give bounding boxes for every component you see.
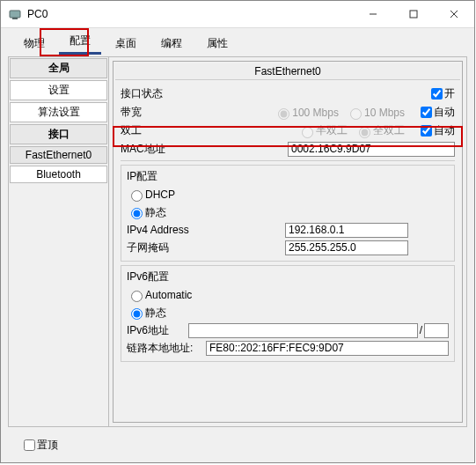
input-ipv6[interactable]: [188, 323, 418, 338]
maximize-button[interactable]: [393, 1, 434, 27]
input-link-local[interactable]: [206, 341, 449, 356]
fieldset-ipv6: IPv6配置 Automatic 静态 IPv6地址 / 链路本地地址:: [121, 265, 455, 362]
fieldset-ip: IP配置 DHCP 静态 IPv4 Address 子网掩码: [121, 165, 455, 262]
window-title: PC0: [27, 8, 353, 20]
panel-heading: FastEthernet0: [115, 63, 460, 80]
minimize-button[interactable]: [353, 1, 393, 27]
svg-rect-0: [10, 11, 20, 18]
radio-static-ipv4[interactable]: 静态: [127, 205, 166, 220]
checkbox-on[interactable]: 开: [428, 85, 455, 102]
label-duplex: 双工: [121, 123, 209, 138]
input-mac[interactable]: [288, 142, 455, 157]
content-area: 物理 配置 桌面 编程 属性 全局 设置 算法设置 接口 FastEtherne…: [1, 28, 474, 462]
app-window: PC0 物理 配置 桌面 编程 属性 全局 设置 算法设置 接口 FastEth…: [0, 0, 475, 463]
tab-config[interactable]: 配置: [59, 30, 101, 55]
tab-programming[interactable]: 编程: [150, 33, 193, 55]
svg-rect-3: [410, 11, 417, 18]
app-icon: [8, 7, 22, 21]
body-area: 全局 设置 算法设置 接口 FastEthernet0 Bluetooth Fa…: [8, 56, 467, 427]
sidebar-item-fastethernet0[interactable]: FastEthernet0: [10, 146, 107, 164]
input-subnet-mask[interactable]: [285, 240, 408, 255]
tab-physical[interactable]: 物理: [13, 33, 55, 55]
radio-static-ipv6[interactable]: 静态: [127, 306, 166, 321]
radio-100mbps[interactable]: 100 Mbps: [274, 106, 339, 120]
svg-rect-1: [12, 18, 18, 19]
close-button[interactable]: [434, 1, 474, 27]
svg-line-4: [450, 11, 458, 18]
radio-full-duplex[interactable]: 全双工: [355, 123, 405, 138]
tab-desktop[interactable]: 桌面: [105, 33, 147, 55]
sidebar-item-algorithm[interactable]: 算法设置: [10, 102, 107, 122]
label-subnet-mask: 子网掩码: [127, 240, 215, 255]
label-interface-status: 接口状态: [121, 86, 209, 101]
tabstrip: 物理 配置 桌面 编程 属性: [4, 32, 471, 55]
checkbox-auto-bw[interactable]: 自动: [417, 104, 455, 121]
ipv6-slash: /: [420, 324, 422, 336]
svg-line-5: [450, 11, 458, 18]
radio-10mbps[interactable]: 10 Mbps: [346, 106, 405, 120]
radio-automatic-ipv6[interactable]: Automatic: [127, 288, 192, 302]
label-ipv6-addr: IPv6地址: [127, 323, 188, 338]
legend-ipv6: IPv6配置: [127, 269, 449, 284]
panel-body: 接口状态 开 带宽 100 Mbps 10 Mbps 自动: [115, 80, 460, 420]
sidebar-group-global: 全局: [10, 58, 107, 78]
input-ipv6-prefix[interactable]: [424, 323, 449, 338]
sidebar-item-bluetooth[interactable]: Bluetooth: [10, 166, 107, 183]
footer: 置顶: [4, 431, 471, 459]
checkbox-auto-duplex[interactable]: 自动: [417, 122, 455, 139]
titlebar: PC0: [1, 1, 474, 28]
tab-attributes[interactable]: 属性: [196, 33, 238, 55]
sidebar-item-settings[interactable]: 设置: [10, 80, 107, 100]
label-ipv4: IPv4 Address: [127, 224, 215, 236]
label-mac: MAC地址: [121, 142, 209, 157]
checkbox-always-on-top[interactable]: 置顶: [20, 437, 58, 454]
legend-ip: IP配置: [127, 169, 449, 184]
sidebar-group-interface: 接口: [10, 124, 107, 144]
sidebar: 全局 设置 算法设置 接口 FastEthernet0 Bluetooth: [9, 57, 109, 426]
label-bandwidth: 带宽: [121, 105, 209, 120]
input-ipv4[interactable]: [285, 223, 408, 238]
radio-dhcp[interactable]: DHCP: [127, 188, 175, 202]
main-panel: FastEthernet0 接口状态 开 带宽 100 Mbps: [109, 57, 466, 426]
radio-half-duplex[interactable]: 半双工: [297, 123, 348, 138]
label-link-local: 链路本地地址:: [127, 341, 206, 356]
